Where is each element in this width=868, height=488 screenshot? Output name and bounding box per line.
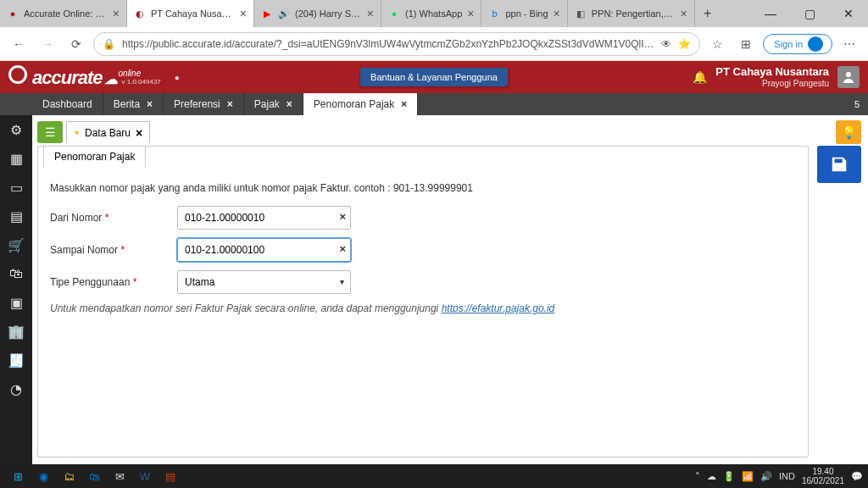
close-icon[interactable]: × (467, 7, 474, 20)
efaktur-link[interactable]: https://efaktur.pajak.go.id (442, 302, 555, 314)
close-icon[interactable]: × (554, 7, 560, 20)
onedrive-icon[interactable]: ☁ (707, 471, 716, 482)
subtab-data-baru[interactable]: ★ Data Baru × (66, 121, 150, 143)
logo-icon (8, 65, 27, 84)
notification-icon[interactable]: 🔔 (693, 70, 707, 84)
close-icon[interactable]: × (113, 7, 120, 20)
tab-preferensi[interactable]: Preferensi × (164, 93, 244, 115)
edge-icon[interactable]: ◉ (31, 466, 56, 486)
close-window-button[interactable]: ✕ (829, 0, 868, 27)
from-number-input[interactable] (177, 206, 351, 230)
browser-tab[interactable]: ◐ PT Cahaya Nusantara (A × (127, 0, 254, 27)
sound-icon: 🔊 (278, 8, 290, 19)
word-icon[interactable]: W (132, 466, 158, 486)
tab-label: (204) Harry Styles (295, 8, 362, 19)
help-banner[interactable]: Bantuan & Layanan Pengguna (360, 68, 508, 86)
save-button[interactable] (817, 146, 861, 183)
close-icon[interactable]: × (240, 7, 247, 20)
clock[interactable]: 19.40 16/02/2021 (802, 467, 844, 485)
subtab-row: ☰ ★ Data Baru × (37, 120, 861, 144)
tab-berita[interactable]: Berita × (103, 93, 164, 115)
tab-label: PT Cahaya Nusantara (A (151, 8, 235, 19)
tray-chevron-icon[interactable]: ˄ (695, 471, 700, 482)
close-icon[interactable]: × (367, 7, 374, 20)
favicon-page: ◧ (575, 8, 587, 19)
collections-button[interactable]: ⊞ (734, 32, 758, 56)
hint-button[interactable]: 💡 (836, 120, 861, 144)
minimize-button[interactable]: — (751, 0, 790, 27)
favicon-accurate: ◐ (134, 8, 146, 19)
signin-label: Sign in (774, 39, 803, 49)
browser-tab[interactable]: ▶ 🔊 (204) Harry Styles × (254, 0, 381, 27)
close-icon[interactable]: × (681, 7, 687, 20)
tab-label: Preferensi (174, 98, 220, 110)
maximize-button[interactable]: ▢ (790, 0, 829, 27)
to-label: Sampai Nomor * (50, 244, 177, 256)
cart-icon[interactable]: 🛒 (7, 236, 25, 254)
address-bar: ← → ⟳ 🔒 https://public.accurate.id/accur… (0, 27, 868, 61)
tab-penomoran-pajak[interactable]: Penomoran Pajak × (303, 93, 418, 115)
user-name: Prayogi Pangestu (715, 79, 829, 88)
box-icon[interactable]: ▣ (7, 293, 25, 312)
browser-tab[interactable]: ● (1) WhatsApp × (381, 0, 481, 27)
close-icon[interactable]: × (227, 98, 233, 110)
app-logo[interactable]: accurate ☁ (8, 65, 117, 89)
favicon-youtube: ▶ (261, 8, 273, 19)
tab-pajak[interactable]: Pajak × (244, 93, 303, 115)
bag-icon[interactable]: 🛍 (7, 264, 25, 283)
form-note: Untuk mendapatkan nomor seri Faktur Paja… (50, 302, 796, 314)
grid-icon[interactable]: ▦ (7, 149, 25, 168)
start-button[interactable]: ⊞ (5, 466, 31, 486)
user-menu[interactable] (837, 66, 860, 88)
building-icon[interactable]: 🏢 (7, 322, 25, 341)
clear-icon[interactable]: × (339, 210, 346, 223)
list-view-button[interactable]: ☰ (37, 121, 63, 143)
volume-icon[interactable]: 🔊 (760, 471, 772, 482)
store-icon[interactable]: 🛍 (81, 466, 107, 486)
favorites-button[interactable]: ☆ (705, 32, 729, 56)
browser-tab[interactable]: ● Accurate Online: Penga × (0, 0, 127, 27)
time-text: 19.40 (802, 467, 844, 476)
new-tab-button[interactable]: + (695, 0, 721, 27)
chart-icon[interactable]: ◔ (7, 380, 25, 398)
browser-tab[interactable]: b ppn - Bing × (481, 0, 567, 27)
close-icon[interactable]: × (287, 98, 292, 110)
explorer-icon[interactable]: 🗂 (56, 466, 81, 486)
notifications-icon[interactable]: 💬 (851, 471, 863, 482)
book-icon[interactable]: ▭ (7, 178, 25, 197)
close-icon[interactable]: × (136, 126, 142, 140)
back-button[interactable]: ← (7, 32, 31, 56)
tab-label: PPN: Pengertian, Tarif d (592, 8, 676, 19)
mail-icon[interactable]: ✉ (107, 466, 132, 486)
battery-icon[interactable]: 🔋 (723, 471, 735, 482)
favicon-whatsapp: ● (388, 8, 400, 19)
inner-tab[interactable]: Penomoran Pajak (43, 146, 146, 168)
usage-type-select[interactable]: Utama (177, 270, 351, 294)
tab-label: (1) WhatsApp (405, 8, 462, 19)
app-icon[interactable]: ▤ (158, 466, 183, 486)
tax-icon[interactable]: 🧾 (7, 351, 25, 369)
language-indicator[interactable]: IND (779, 471, 795, 481)
tab-dashboard[interactable]: Dashboard (32, 93, 103, 115)
gear-icon[interactable]: ⚙ (7, 120, 25, 139)
clear-icon[interactable]: × (339, 242, 346, 255)
forward-button[interactable]: → (36, 32, 59, 56)
more-button[interactable]: ⋯ (837, 32, 861, 56)
brand-main: accurate (32, 67, 103, 89)
form-panel: Penomoran Pajak Masukkan nomor pajak yan… (37, 146, 809, 458)
version-text: v 1.0.049437 (122, 78, 161, 86)
close-icon[interactable]: × (147, 98, 153, 110)
wallet-icon[interactable]: ▤ (7, 207, 25, 225)
browser-tab[interactable]: ◧ PPN: Pengertian, Tarif d × (568, 0, 695, 27)
favorite-icon[interactable]: ⭐ (678, 38, 691, 50)
refresh-button[interactable]: ⟳ (64, 32, 88, 56)
reader-icon[interactable]: 👁 (661, 38, 671, 50)
company-name: PT Cahaya Nusantara (715, 66, 829, 78)
to-number-input[interactable] (177, 238, 351, 262)
url-input[interactable]: 🔒 https://public.accurate.id/accurate/?_… (93, 32, 700, 56)
close-icon[interactable]: × (401, 98, 407, 110)
signin-button[interactable]: Sign in (763, 34, 832, 54)
left-sidebar: ⚙ ▦ ▭ ▤ 🛒 🛍 ▣ 🏢 🧾 ◔ (0, 115, 32, 464)
main-content: ☰ ★ Data Baru × 💡 Penomoran Pajak Masukk… (32, 115, 868, 464)
wifi-icon[interactable]: 📶 (742, 471, 754, 482)
